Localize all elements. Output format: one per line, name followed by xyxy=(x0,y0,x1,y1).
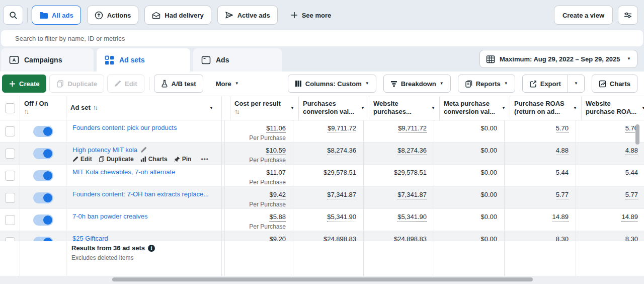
more-button[interactable]: More ▼ xyxy=(209,75,246,92)
plus-icon xyxy=(9,81,16,87)
ad-set-on-off-toggle[interactable] xyxy=(33,170,53,181)
reports-button[interactable]: Reports ▼ xyxy=(458,75,515,93)
tab-campaigns[interactable]: Campaigns xyxy=(1,48,94,72)
export-options-button[interactable]: ▼ xyxy=(568,75,584,92)
breakdown-button[interactable]: Breakdown ▼ xyxy=(383,75,451,93)
row-action-pin[interactable]: Pin xyxy=(174,156,192,163)
horizontal-scrollbar[interactable] xyxy=(0,275,644,284)
row-checkbox[interactable] xyxy=(5,193,15,203)
metric-value: 5.44 xyxy=(625,169,638,177)
ad-set-on-off-toggle[interactable] xyxy=(33,192,53,203)
ad-set-name-cell: 7-0h ban powder creaives xyxy=(66,209,222,231)
row-checkbox-cell xyxy=(0,209,20,231)
toggle-knob xyxy=(43,171,52,180)
header-purchase-roas[interactable]: Purchase ROAS (return on ad... ▼ xyxy=(510,96,582,120)
sort-icon: ↑↓ xyxy=(24,108,62,116)
website-purchase-roas-cell: 5.70 xyxy=(576,120,644,142)
filter-pill-all-ads[interactable]: All ads xyxy=(32,6,81,25)
inline-edit-pencil-icon[interactable] xyxy=(140,147,147,153)
row-checkbox[interactable] xyxy=(5,126,15,136)
chevron-down-icon[interactable]: ▼ xyxy=(209,106,213,111)
ad-set-name-cell: MIT Kola chewables, 7-oh alternate xyxy=(66,165,222,186)
ab-test-button[interactable]: A/B test xyxy=(154,75,203,93)
pin-icon xyxy=(174,156,180,162)
ad-set-on-off-toggle[interactable] xyxy=(33,215,53,226)
info-icon[interactable]: i xyxy=(148,245,155,252)
cost-per-result-cell: $9.42Per Purchase xyxy=(225,187,293,208)
ad-set-on-off-toggle[interactable] xyxy=(33,148,53,159)
purchases-conversion-value-cell: $9,711.72 xyxy=(293,120,364,142)
create-a-view-button[interactable]: Create a view xyxy=(554,6,613,25)
edit-label: Edit xyxy=(125,80,137,88)
chevron-down-icon[interactable]: ▼ xyxy=(573,106,577,111)
tab-ads[interactable]: Ads xyxy=(193,48,282,72)
filter-pill-label: Had delivery xyxy=(165,12,203,19)
metric-value: $7,341.87 xyxy=(397,191,427,199)
filter-pill-actions[interactable]: Actions xyxy=(87,6,139,25)
search-icon xyxy=(9,11,18,20)
chevron-down-icon[interactable]: ▼ xyxy=(290,106,294,111)
ad-set-name-link[interactable]: Founders content: 7-OH ban extracts repl… xyxy=(72,190,216,198)
purchase-roas-cell: 5.44 xyxy=(505,165,576,186)
row-checkbox[interactable] xyxy=(5,149,15,159)
header-ad-set[interactable]: Ad set↑↓ ▼ xyxy=(66,96,222,120)
export-button[interactable]: Export xyxy=(523,75,568,92)
filter-pill-see-more[interactable]: See more xyxy=(284,6,339,24)
row-action-charts[interactable]: Charts xyxy=(140,156,168,163)
create-button[interactable]: Create xyxy=(2,75,46,93)
row-toggle-cell xyxy=(20,209,66,231)
chevron-down-icon[interactable]: ▼ xyxy=(361,106,365,111)
search-input[interactable] xyxy=(1,30,643,46)
row-action-duplicate[interactable]: Duplicate xyxy=(99,156,134,163)
ad-set-name-link[interactable]: 7-0h ban powder creaives xyxy=(72,212,216,220)
date-range-button[interactable]: Maximum: Aug 29, 2022 – Sep 29, 2025 ▼ xyxy=(479,50,637,68)
chevron-down-icon[interactable]: ▼ xyxy=(502,106,506,111)
header-meta-purchase-conversion[interactable]: Meta purchase conversion val... ▼ xyxy=(440,96,510,120)
select-all-checkbox[interactable] xyxy=(5,103,15,113)
meta-purchase-conversion-cell: $0.00 xyxy=(434,209,505,231)
ad-set-name-link[interactable]: High potency MIT kola xyxy=(72,146,216,154)
results-count-label: Results from 36 ad sets xyxy=(71,244,145,252)
header-website-purchases[interactable]: Website purchases... ▼ xyxy=(369,96,440,120)
purchase-roas-cell: 4.88 xyxy=(505,143,576,164)
chevron-down-icon[interactable]: ▼ xyxy=(431,106,435,111)
header-off-on[interactable]: Off / On ↑↓ xyxy=(20,96,66,120)
row-checkbox[interactable] xyxy=(5,215,15,225)
breakdown-icon xyxy=(390,81,397,87)
chevron-down-icon[interactable]: ▼ xyxy=(641,106,644,111)
filter-bar-right: Create a view xyxy=(554,6,644,25)
duplicate-button[interactable]: Duplicate xyxy=(49,75,104,93)
calendar-icon xyxy=(486,55,495,63)
metric-value: $0.00 xyxy=(480,147,497,155)
ad-set-name-link[interactable]: Founders content: pick our products xyxy=(72,124,216,131)
ad-set-on-off-toggle[interactable] xyxy=(33,126,53,137)
filter-pill-active-ads[interactable]: Active ads xyxy=(217,6,278,25)
horizontal-scrollbar-thumb[interactable] xyxy=(112,277,533,281)
view-settings-button[interactable] xyxy=(618,6,638,25)
vertical-scrollbar-thumb[interactable] xyxy=(635,124,639,145)
edit-button[interactable]: Edit xyxy=(107,75,144,93)
row-checkbox-cell xyxy=(0,120,20,142)
ad-set-name-link[interactable]: MIT Kola chewables, 7-oh alternate xyxy=(72,168,216,176)
search-filter-button[interactable] xyxy=(3,6,23,25)
filter-pill-had-delivery[interactable]: Had delivery xyxy=(144,6,211,25)
campaigns-folder-icon xyxy=(9,55,19,64)
meta-purchase-conversion-cell: $0.00 xyxy=(434,187,505,208)
metric-value: $8,274.36 xyxy=(397,147,427,155)
charts-button[interactable]: Charts xyxy=(592,75,637,93)
tab-label: Campaigns xyxy=(24,56,62,64)
columns-button[interactable]: Columns: Custom ▼ xyxy=(288,75,376,93)
header-website-purchase-roas[interactable]: Website purchase ROA... ▼ xyxy=(582,96,644,120)
row-action-edit[interactable]: Edit xyxy=(72,156,92,163)
row-action-more[interactable]: ••• xyxy=(201,156,209,163)
row-checkbox[interactable] xyxy=(5,171,15,181)
purchase-roas-cell: 5.70 xyxy=(505,120,576,142)
metric-value: $0.00 xyxy=(480,124,497,132)
tab-ad-sets[interactable]: Ad sets xyxy=(97,48,190,72)
header-purchases-conversion[interactable]: Purchases conversion val... ▼ xyxy=(299,96,369,120)
chevron-down-icon: ▼ xyxy=(440,82,444,86)
header-cost-per-result[interactable]: Cost per result ↑↓ ▼ xyxy=(230,96,299,120)
folder-icon xyxy=(39,12,48,19)
metric-value: $8,274.36 xyxy=(327,147,356,155)
toggle-knob xyxy=(43,149,52,158)
